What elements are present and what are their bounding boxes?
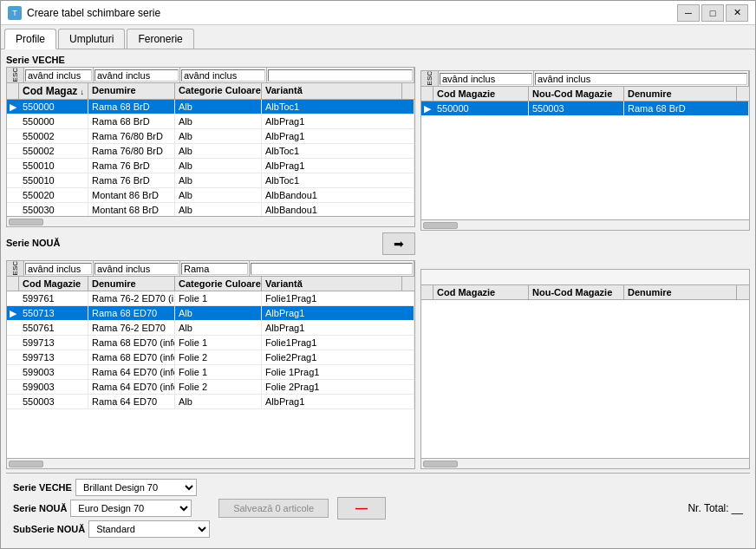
trg-filter-input-2[interactable]: [535, 73, 747, 85]
row-indicator: [7, 395, 19, 408]
tlg-header-varianta: Variantă: [262, 83, 402, 99]
grid-cell-denumire: Rama 76-2 ED70 (infoliat1: [88, 291, 175, 305]
trg-filter-row: ESC: [421, 71, 749, 87]
bottom-left-grid: ESC: [6, 260, 415, 469]
top-right-grid: ESC Cod Magazie: [420, 70, 750, 231]
blg-esc-label: ESC: [7, 261, 24, 276]
table-row[interactable]: 550010 Rama 76 BrD Alb AlbToc1: [7, 173, 414, 188]
brg-header-indicator: [421, 285, 433, 299]
tlg-scrollbar-h[interactable]: [7, 216, 414, 226]
grid-cell-denumire: Montant 86 BrD: [88, 188, 175, 202]
grid-cell-cod: 550761: [19, 321, 88, 335]
bottom-bar: Serie VECHE Brillant Design 70 Serie NOU…: [6, 473, 750, 543]
tab-feronerie[interactable]: Feronerie: [127, 29, 193, 49]
grid-cell-denumire: Rama 68 BrD: [88, 114, 175, 128]
blg-filter-input-1[interactable]: [25, 263, 92, 275]
tab-umpluturi[interactable]: Umpluturi: [58, 29, 125, 49]
grid-cell-cod: 550713: [19, 306, 88, 320]
trg-filter-input-1[interactable]: [440, 73, 532, 85]
table-row[interactable]: 599003 Rama 64 ED70 (infoliat2) Folie 2 …: [7, 380, 414, 395]
blg-scrollbar-h[interactable]: [7, 458, 414, 468]
scrollbar-thumb[interactable]: [9, 219, 43, 225]
tab-profile[interactable]: Profile: [4, 29, 56, 49]
serie-veche-label: Serie VECHE: [6, 55, 415, 65]
tlg-filter-input-2[interactable]: [94, 69, 179, 82]
grid-cell-categorie: Alb: [175, 114, 262, 128]
main-area: Serie VECHE ESC: [6, 55, 750, 469]
grid-cell-varianta: AlbPrag1: [262, 321, 414, 335]
grid-cell-cod: 550030: [19, 203, 88, 216]
table-row[interactable]: 599713 Rama 68 ED70 (infoliat2) Folie 2 …: [7, 350, 414, 365]
tlg-filter-input-1[interactable]: [25, 69, 92, 82]
trg-scrollbar-h[interactable]: [421, 219, 749, 230]
table-row[interactable]: 550020 Montant 86 BrD Alb AlbBandou1: [7, 188, 414, 203]
save-button[interactable]: Salvează 0 articole: [218, 499, 329, 518]
table-row[interactable]: 550002 Rama 76/80 BrD Alb AlbPrag1: [7, 129, 414, 144]
blg-scrollbar-placeholder: [402, 277, 414, 291]
main-content: Serie VECHE ESC: [1, 49, 755, 548]
table-row[interactable]: 599761 Rama 76-2 ED70 (infoliat1 Folie 1…: [7, 291, 414, 306]
table-row[interactable]: 599713 Rama 68 ED70 (infoliat1) Folie 1 …: [7, 336, 414, 350]
serie-noua-label-mid: Serie NOUĂ: [6, 238, 60, 248]
table-row[interactable]: 550010 Rama 76 BrD Alb AlbPrag1: [7, 159, 414, 173]
brg-header: Cod Magazie Nou-Cod Magazie Denumire: [421, 285, 749, 300]
grid-cell-denumire: Montant 68 BrD: [88, 203, 175, 216]
row-indicator: [7, 173, 19, 187]
right-panel: ESC Cod Magazie: [420, 55, 750, 469]
table-row[interactable]: 550000 Rama 68 BrD Alb AlbPrag1: [7, 114, 414, 129]
grid-cell-varianta: AlbToc1: [262, 100, 414, 114]
minimize-button[interactable]: ─: [677, 4, 700, 22]
grid-cell-cod: 550000: [19, 114, 88, 128]
tlg-header-cod[interactable]: Cod Magaz ↓: [19, 83, 88, 99]
scrollbar-thumb[interactable]: [9, 461, 43, 467]
grid-cell-categorie: Folie 1: [175, 336, 262, 350]
brg-scrollbar-h[interactable]: [421, 458, 749, 468]
grid-cell-cod: 550002: [19, 129, 88, 143]
scrollbar-thumb[interactable]: [423, 222, 458, 229]
tlg-filter-input-4[interactable]: [268, 69, 413, 82]
blg-body[interactable]: 599761 Rama 76-2 ED70 (infoliat1 Folie 1…: [7, 291, 414, 458]
row-indicator: [7, 203, 19, 216]
table-row[interactable]: 550030 Montant 68 BrD Alb AlbBandou1: [7, 203, 414, 216]
tlg-body[interactable]: ▶ 550000 Rama 68 BrD Alb AlbToc1 550000 …: [7, 100, 414, 216]
serie-noua-select[interactable]: Euro Design 70: [70, 500, 192, 517]
grid-cell-varianta: Folie 1Prag1: [262, 365, 414, 379]
grid-cell-categorie: Folie 1: [175, 291, 262, 305]
grid-cell-cod: 550010: [19, 173, 88, 187]
table-row[interactable]: ▶ 550000 Rama 68 BrD Alb AlbToc1: [7, 100, 414, 114]
tlg-filter-input-3[interactable]: [181, 69, 265, 82]
blg-filter-2: [94, 261, 180, 276]
table-row[interactable]: ▶ 550000 550003 Rama 68 BrD: [421, 101, 749, 116]
table-row[interactable]: 550002 Rama 76/80 BrD Alb AlbToc1: [7, 144, 414, 159]
grid-cell-categorie: Alb: [175, 144, 262, 158]
tlg-scrollbar-placeholder: [402, 83, 414, 99]
title-controls: ─ □ ✕: [677, 4, 748, 22]
transfer-arrow-button[interactable]: ➡: [382, 232, 415, 255]
row-indicator: [7, 188, 19, 202]
blg-filter-input-4[interactable]: [251, 263, 413, 275]
table-row[interactable]: 550003 Rama 64 ED70 Alb AlbPrag1: [7, 395, 414, 409]
trg-body[interactable]: ▶ 550000 550003 Rama 68 BrD: [421, 101, 749, 219]
delete-button[interactable]: —: [337, 497, 386, 520]
grid-cell-denumire: Rama 64 ED70 (infoliat1): [88, 365, 175, 379]
maximize-button[interactable]: □: [701, 4, 724, 22]
serie-veche-section: Serie VECHE ESC: [6, 55, 415, 227]
trg-esc-label: ESC: [421, 71, 439, 86]
table-row[interactable]: 550761 Rama 76-2 ED70 Alb AlbPrag1: [7, 321, 414, 336]
serie-veche-select[interactable]: Brillant Design 70: [75, 479, 197, 496]
table-row[interactable]: ▶ 550713 Rama 68 ED70 Alb AlbPrag1: [7, 306, 414, 321]
table-row[interactable]: 599003 Rama 64 ED70 (infoliat1) Folie 1 …: [7, 365, 414, 380]
grid-cell-varianta: AlbPrag1: [262, 306, 414, 320]
brg-body[interactable]: [421, 300, 749, 458]
subserie-noua-select[interactable]: Standard: [88, 520, 210, 538]
close-button[interactable]: ✕: [726, 4, 748, 22]
grid-cell-cod: 599003: [19, 365, 88, 379]
row-indicator: [7, 159, 19, 173]
blg-filter-input-3[interactable]: [181, 263, 248, 275]
blg-filter-input-2[interactable]: [94, 263, 179, 275]
grid-cell-cod: 550000: [433, 101, 529, 115]
scrollbar-thumb[interactable]: [423, 461, 458, 467]
brg-scrollbar-placeholder: [737, 285, 749, 299]
tlg-filter-4: [267, 68, 414, 82]
grid-cell-categorie: Alb: [175, 203, 262, 216]
